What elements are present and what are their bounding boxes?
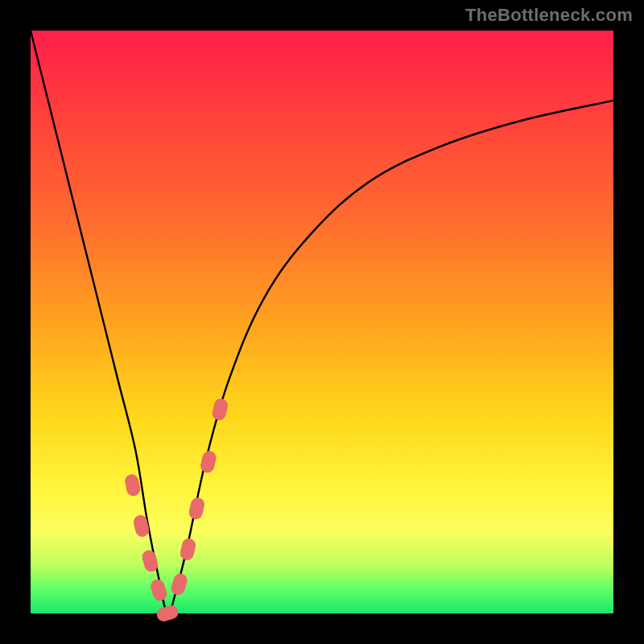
curve-layer <box>31 31 613 613</box>
curve-marker <box>150 578 168 602</box>
curve-marker <box>141 549 159 572</box>
curve-marker <box>170 572 188 597</box>
curve-marker <box>212 398 229 421</box>
curve-marker <box>200 450 217 473</box>
curve-marker <box>180 538 196 561</box>
chart-stage: TheBottleneck.com <box>0 0 644 644</box>
watermark-text: TheBottleneck.com <box>465 5 633 26</box>
curve-marker <box>155 605 179 623</box>
curve-marker <box>124 473 141 497</box>
plot-area <box>31 31 613 613</box>
curve-marker <box>188 497 205 520</box>
bottleneck-curve <box>31 31 613 613</box>
